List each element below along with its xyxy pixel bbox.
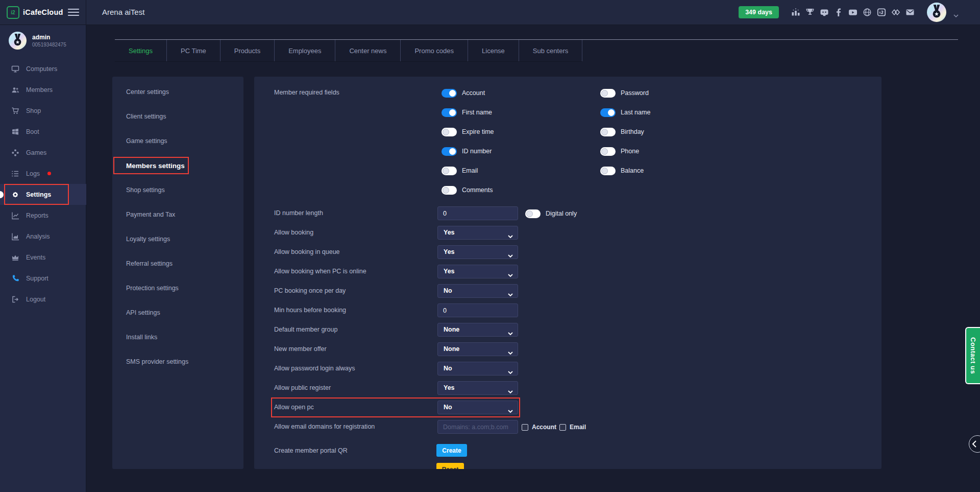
sidebar-item-shop[interactable]: Shop (0, 100, 86, 121)
hamburger-menu-icon[interactable] (67, 7, 80, 17)
toggle-digital-only[interactable] (525, 209, 541, 218)
tab-center-news[interactable]: Center news (335, 40, 401, 61)
settings-menu-item-protection-settings[interactable]: Protection settings (112, 276, 243, 300)
allow-booking-select[interactable]: Yes (437, 226, 518, 240)
settings-menu-item-center-settings[interactable]: Center settings (112, 80, 243, 104)
tab-sub-centers[interactable]: Sub centers (519, 40, 582, 61)
sidebar-item-logout[interactable]: Logout (0, 289, 86, 310)
form-row-label: Allow booking when PC is online (274, 265, 366, 278)
toggle-label: Expire time (462, 128, 494, 135)
tab-promo-codes[interactable]: Promo codes (401, 40, 468, 61)
required-field-toggle-row: Comments (442, 185, 493, 195)
sidebar-item-events[interactable]: Events (0, 247, 86, 268)
required-field-toggle-row: Expire time (442, 127, 494, 136)
settings-menu-item-sms-provider-settings[interactable]: SMS provider settings (112, 349, 243, 374)
form-row-label: Create member portal QR (274, 444, 348, 458)
settings-menu-item-loyalty-settings[interactable]: Loyalty settings (112, 227, 243, 251)
settings-menu-item-label: Protection settings (126, 285, 179, 292)
new-member-offer-select[interactable]: None (437, 342, 518, 356)
sidebar-item-members[interactable]: Members (0, 79, 86, 100)
tab-license[interactable]: License (468, 40, 519, 61)
globe-icon[interactable] (863, 8, 872, 17)
pc-booking-once-per-day-select[interactable]: No (437, 284, 518, 298)
settings-menu-item-shop-settings[interactable]: Shop settings (112, 178, 243, 202)
contact-us-tab[interactable]: Contact us (965, 327, 980, 384)
reports-icon (11, 212, 19, 220)
settings-menu-item-referral-settings[interactable]: Referral settings (112, 251, 243, 276)
allow-email-domains-for-registration-input[interactable] (437, 420, 518, 434)
email-checkbox[interactable] (559, 424, 566, 431)
tab-settings[interactable]: Settings (115, 40, 167, 61)
toggle-knob (443, 129, 449, 135)
toggle-password[interactable] (600, 89, 616, 98)
toggle-id-number[interactable] (442, 147, 457, 156)
id-number-length-input[interactable] (437, 206, 518, 220)
settings-menu-item-payment-and-tax[interactable]: Payment and Tax (112, 202, 243, 227)
icafe-logo-icon[interactable] (877, 8, 886, 17)
account-checkbox[interactable] (522, 424, 528, 431)
settings-menu-item-api-settings[interactable]: API settings (112, 300, 243, 325)
sidebar-item-settings[interactable]: Settings (0, 184, 86, 205)
toggle-expire-time[interactable] (442, 128, 457, 136)
settings-menu-item-game-settings[interactable]: Game settings (112, 129, 243, 153)
default-member-group-select[interactable]: None (437, 323, 518, 337)
sidebar-item-games[interactable]: Games (0, 142, 86, 163)
trophy-icon[interactable] (805, 8, 815, 17)
tab-bar: SettingsPC TimeProductsEmployeesCenter n… (115, 40, 582, 62)
sidebar-item-support[interactable]: Support (0, 268, 86, 289)
form-row-label: Allow open pc (274, 401, 314, 414)
sidebar-item-label: Events (26, 254, 45, 261)
allow-password-login-always-select[interactable]: No (437, 362, 518, 376)
toggle-phone[interactable] (600, 147, 616, 156)
collapse-chat-button[interactable] (969, 435, 980, 453)
toggle-label: Password (621, 89, 649, 97)
youtube-icon[interactable] (848, 8, 857, 17)
min-hours-before-booking-input[interactable] (437, 303, 518, 317)
toggle-account[interactable] (442, 89, 457, 98)
settings-menu-item-client-settings[interactable]: Client settings (112, 104, 243, 129)
form-row-label: PC booking once per day (274, 284, 346, 298)
avatar[interactable] (927, 3, 946, 22)
settings-menu-item-label: Game settings (126, 137, 167, 145)
reset-button[interactable]: Reset (436, 463, 464, 469)
checkbox-label: Email (570, 424, 586, 431)
allow-booking-in-queue-select[interactable]: Yes (437, 245, 518, 259)
toggle-last-name[interactable] (600, 108, 616, 117)
collection-icon[interactable] (891, 8, 900, 17)
user-block[interactable]: admin 005193482475 (9, 32, 66, 50)
toggle-knob (443, 168, 449, 174)
allow-booking-when-pc-is-online-select[interactable]: Yes (437, 265, 518, 278)
toggle-email[interactable] (442, 167, 457, 175)
sidebar-item-label: Logout (26, 296, 45, 303)
allow-public-register-select[interactable]: Yes (437, 381, 518, 395)
settings-menu-item-members-settings[interactable]: Members settings (112, 153, 243, 178)
chevron-down-icon (508, 251, 513, 254)
ranking-icon[interactable] (791, 8, 800, 17)
members-icon (11, 86, 19, 94)
toggle-first-name[interactable] (442, 108, 457, 117)
sidebar-item-label: Analysis (26, 233, 50, 240)
license-days-badge[interactable]: 349 days (739, 6, 779, 18)
discord-icon[interactable] (820, 8, 829, 17)
settings-menu-item-install-links[interactable]: Install links (112, 325, 243, 349)
sidebar-item-computers[interactable]: Computers (0, 58, 86, 79)
facebook-icon[interactable] (834, 8, 843, 17)
tab-pc-time[interactable]: PC Time (167, 40, 220, 61)
toggle-balance[interactable] (600, 167, 616, 175)
sidebar-item-analysis[interactable]: Analysis (0, 226, 86, 247)
toggle-birthday[interactable] (600, 128, 616, 136)
chevron-down-icon[interactable] (953, 11, 959, 14)
form-row-label: ID number length (274, 206, 323, 220)
sidebar-item-boot[interactable]: Boot (0, 121, 86, 142)
settings-menu-item-label: SMS provider settings (126, 358, 188, 365)
tab-employees[interactable]: Employees (275, 40, 335, 61)
sidebar-item-logs[interactable]: Logs (0, 163, 86, 184)
allow-open-pc-select[interactable]: No (437, 401, 518, 414)
center-title: Arena aiTest (102, 0, 144, 25)
create-button[interactable]: Create (436, 444, 467, 457)
toggle-comments[interactable] (442, 186, 457, 195)
mail-icon[interactable] (905, 8, 915, 17)
select-value: None (438, 323, 518, 336)
sidebar-item-reports[interactable]: Reports (0, 205, 86, 226)
tab-products[interactable]: Products (220, 40, 275, 61)
